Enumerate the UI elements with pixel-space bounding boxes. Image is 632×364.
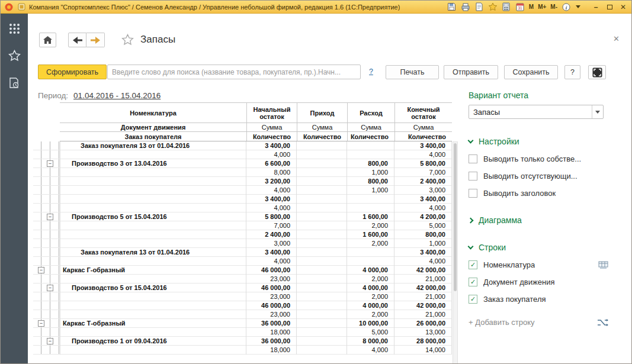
table-row[interactable]: 4,0004,000 <box>33 257 452 266</box>
checkbox-row[interactable]: Выводить заголовок <box>469 189 608 198</box>
row-label <box>60 230 246 239</box>
checkbox[interactable]: ✓ <box>469 278 477 286</box>
chevron-down-icon[interactable] <box>575 2 581 12</box>
checkbox-label: Документ движения <box>483 278 554 286</box>
calculator-icon[interactable] <box>502 2 511 12</box>
save-icon[interactable] <box>447 2 457 12</box>
collapse-toggle-icon[interactable]: − <box>47 214 53 220</box>
table-row[interactable]: 18,0004,00014,000 <box>33 346 452 355</box>
section-header[interactable]: Строки <box>469 243 612 252</box>
checkbox[interactable]: ✓ <box>469 260 477 269</box>
table-row[interactable]: −Производство 5 от 15.04.201646 000,004 … <box>33 284 452 292</box>
search-help-link[interactable]: ? <box>369 67 373 76</box>
checkbox-row[interactable]: ✓Номенклатура <box>469 260 608 269</box>
save-report-button[interactable]: Сохранить <box>504 65 558 79</box>
report-header: Номенклатура Начальный остаток Приход Ра… <box>60 102 452 141</box>
table-row[interactable]: 3 200,00800,002 400,00 <box>33 177 452 186</box>
cell-value: 7,000 <box>246 221 297 230</box>
collapse-toggle-icon[interactable]: − <box>47 338 53 344</box>
checkbox[interactable] <box>469 172 477 181</box>
collapse-toggle-icon[interactable]: − <box>38 267 44 273</box>
table-row[interactable]: Заказ покупателя 13 от 01.04.20163 400,0… <box>33 141 452 150</box>
subheader-sum: Сумма <box>246 123 297 131</box>
table-row[interactable]: −Каркас Г-образный46 000,004 000,0042 00… <box>33 266 452 275</box>
checkbox[interactable]: ✓ <box>469 295 477 304</box>
fullscreen-button[interactable] <box>588 65 606 79</box>
table-row[interactable]: −Производство 3 от 13.04.20166 600,00800… <box>33 159 452 168</box>
table-row[interactable]: 2 400,001 600,00800,00 <box>33 230 452 239</box>
table-row[interactable]: Заказ покупателя 13 от 01.04.20163 400,0… <box>33 248 452 257</box>
cell-value: 26 000,00 <box>394 319 452 328</box>
favorites-star-icon[interactable] <box>8 50 21 64</box>
table-row[interactable]: 4,0004,000 <box>33 150 452 159</box>
memory-m-button[interactable]: M <box>529 4 534 10</box>
table-row[interactable]: 3 400,003 400,00 <box>33 195 452 204</box>
scrollbar-thumb[interactable] <box>454 143 457 291</box>
table-row[interactable]: 46 000,004 000,0042 000,00 <box>33 301 452 310</box>
info-icon[interactable]: i <box>562 2 571 12</box>
system-menu-icon[interactable] <box>17 2 26 12</box>
section-header[interactable]: Настройки <box>469 137 612 146</box>
collapse-toggle-icon[interactable]: − <box>47 285 53 291</box>
send-button[interactable]: Отправить <box>444 65 498 79</box>
favorites-edit-icon[interactable] <box>488 2 498 12</box>
memory-mplus-button[interactable]: M+ <box>538 4 546 10</box>
tree-gutter: − <box>33 284 60 292</box>
checkbox[interactable] <box>469 154 477 163</box>
print-preview-icon[interactable] <box>474 2 484 12</box>
cell-value: 23,000 <box>246 275 297 284</box>
window-title: Компания "Спорткомплекс Плюс" / Семенов … <box>29 4 400 11</box>
shuffle-icon[interactable] <box>597 318 608 327</box>
menu-grid-icon[interactable] <box>9 23 20 37</box>
table-row[interactable]: 3,0002,0001,000 <box>33 239 452 248</box>
collapse-toggle-icon[interactable]: − <box>38 320 44 327</box>
history-icon[interactable] <box>8 77 20 91</box>
memory-mminus-button[interactable]: M- <box>550 4 557 10</box>
table-row[interactable]: 4,0004,000 <box>33 204 452 212</box>
print-button[interactable]: Печать <box>386 65 439 79</box>
table-row[interactable]: −Каркас Т-образный36 000,0010 000,0026 0… <box>33 319 452 328</box>
cell-value <box>347 204 394 212</box>
table-row[interactable]: −Производство 1 от 09.04.201636 000,008 … <box>33 337 452 346</box>
collapse-toggle-icon[interactable]: − <box>47 160 53 167</box>
table-row[interactable]: 23,0002,00021,000 <box>33 275 452 284</box>
tree-gutter <box>33 346 60 355</box>
close-form-icon[interactable]: ✕ <box>613 34 620 43</box>
variant-select[interactable]: Запасы <box>469 105 604 119</box>
print-icon[interactable] <box>461 2 470 12</box>
cell-value: 2,000 <box>347 275 394 284</box>
row-label: Каркас Г-образный <box>60 266 246 275</box>
section-header[interactable]: Диаграмма <box>469 215 612 225</box>
cell-value: 36 000,00 <box>246 337 297 346</box>
table-row[interactable]: 23,0002,00021,000 <box>33 292 452 301</box>
close-window-button[interactable]: ✕ <box>618 3 628 11</box>
variant-dropdown-button[interactable] <box>592 105 603 118</box>
calendar-icon[interactable]: 31 <box>515 2 525 12</box>
table-scrollbar[interactable] <box>453 141 458 363</box>
table-row[interactable]: 4,0001,0003,000 <box>33 186 452 195</box>
help-button[interactable]: ? <box>564 65 580 79</box>
add-row-link[interactable]: + Добавить строку <box>469 318 535 327</box>
checkbox[interactable] <box>469 189 477 198</box>
generate-button[interactable]: Сформировать <box>38 65 107 79</box>
tree-gutter <box>33 195 60 204</box>
titlebar-tools: 31 M M+ M- i – ✕ <box>447 2 628 12</box>
table-row[interactable]: 7,0002,0005,000 <box>33 221 452 230</box>
minimize-button[interactable]: – <box>591 3 601 11</box>
maximize-button[interactable] <box>605 3 614 11</box>
table-row[interactable]: 8,0001,0007,000 <box>33 168 452 177</box>
search-input[interactable] <box>107 65 361 79</box>
favorite-toggle-icon[interactable] <box>121 34 134 48</box>
checkbox-row[interactable]: ✓Заказ покупателя <box>469 295 608 304</box>
checkbox-row[interactable]: ✓Документ движения <box>469 278 608 286</box>
back-button[interactable] <box>68 33 86 47</box>
home-button[interactable] <box>39 33 56 47</box>
table-row[interactable]: 23,0002,00021,000 <box>33 310 452 319</box>
forward-button[interactable] <box>86 33 105 47</box>
period-value-link[interactable]: 01.04.2016 - 15.04.2016 <box>73 91 161 100</box>
table-row[interactable]: −Производство 5 от 15.04.20165 800,001 6… <box>33 212 452 221</box>
columns-layout-icon[interactable] <box>598 261 608 269</box>
checkbox-row[interactable]: Выводить только собстве... <box>469 154 608 163</box>
checkbox-row[interactable]: Выводить отсутствующи... <box>469 172 608 181</box>
table-row[interactable]: 18,0005,00013,000 <box>33 328 452 337</box>
